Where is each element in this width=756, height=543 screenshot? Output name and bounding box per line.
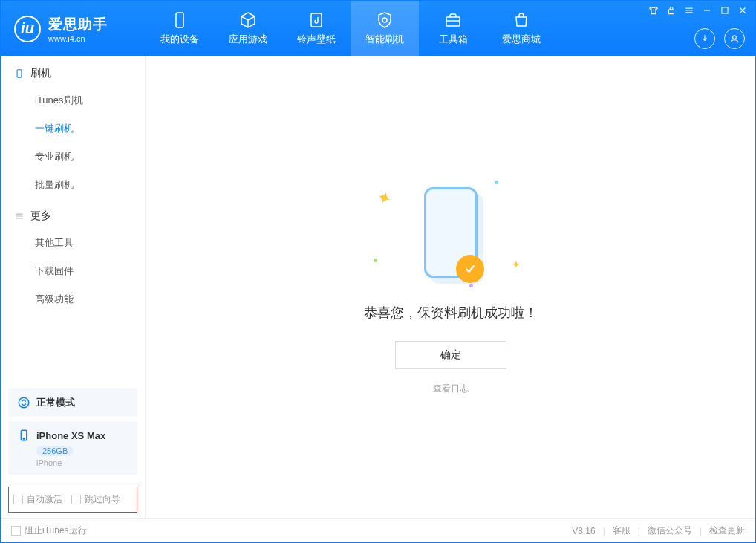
nav-label: 应用游戏 <box>229 33 267 46</box>
success-illustration: ✦ ✦ <box>399 181 503 284</box>
user-button[interactable] <box>724 28 745 49</box>
svg-rect-0 <box>176 13 183 27</box>
window-controls <box>648 5 748 16</box>
nav-label: 智能刷机 <box>365 33 404 46</box>
sidebar-item-batch-flash[interactable]: 批量刷机 <box>1 171 145 199</box>
checkbox-label: 自动激活 <box>27 493 62 506</box>
sidebar-item-oneclick-flash[interactable]: 一键刷机 <box>1 114 145 143</box>
checkbox-box <box>11 526 21 536</box>
checkbox-auto-activate[interactable]: 自动激活 <box>13 493 62 506</box>
nav-tabs: 我的设备 应用游戏 铃声壁纸 智能刷机 工具箱 爱思商城 <box>146 1 555 56</box>
separator: | <box>700 526 702 536</box>
logo-text: 爱思助手 www.i4.cn <box>48 15 108 43</box>
user-icon <box>729 33 740 44</box>
nav-label: 爱思商城 <box>502 33 541 46</box>
wechat-link[interactable]: 微信公众号 <box>648 524 692 537</box>
version-label: V8.16 <box>572 526 595 536</box>
svg-rect-3 <box>669 10 674 14</box>
close-icon[interactable] <box>737 5 748 16</box>
success-message: 恭喜您，保资料刷机成功啦！ <box>364 304 538 322</box>
svg-point-9 <box>23 438 25 440</box>
logo-icon: iu <box>14 16 41 42</box>
header: iu 爱思助手 www.i4.cn 我的设备 应用游戏 铃声壁纸 智能刷机 <box>1 1 755 56</box>
logo-area[interactable]: iu 爱思助手 www.i4.cn <box>1 1 146 56</box>
device-row: iPhone XS Max <box>17 429 128 442</box>
checkbox-label: 阻止iTunes运行 <box>25 524 87 537</box>
checkbox-box <box>71 495 81 504</box>
phone-icon <box>17 429 30 442</box>
check-badge <box>456 255 484 283</box>
sidebar-item-download-fw[interactable]: 下载固件 <box>1 257 145 285</box>
svg-point-5 <box>733 36 737 39</box>
mode-card[interactable]: 正常模式 <box>8 388 137 417</box>
download-button[interactable] <box>694 28 715 49</box>
sparkle-icon: ✦ <box>512 259 521 270</box>
sidebar-item-pro-flash[interactable]: 专业刷机 <box>1 143 145 171</box>
phone-icon <box>171 11 189 29</box>
nav-store[interactable]: 爱思商城 <box>487 1 555 56</box>
sidebar-spacer <box>1 313 145 384</box>
body: 刷机 iTunes刷机 一键刷机 专业刷机 批量刷机 更多 其他工具 下载固件 … <box>1 56 755 518</box>
nav-label: 铃声壁纸 <box>297 33 336 46</box>
dot-icon <box>495 181 498 184</box>
bag-icon <box>512 11 530 29</box>
separator: | <box>603 526 605 536</box>
sidebar-section-flash: 刷机 <box>1 56 145 86</box>
bottom-options-highlight: 自动激活 跳过向导 <box>8 487 137 513</box>
nav-label: 工具箱 <box>439 33 468 46</box>
app-name: 爱思助手 <box>48 15 108 34</box>
check-update-link[interactable]: 检查更新 <box>709 524 745 537</box>
nav-ring-wallpaper[interactable]: 铃声壁纸 <box>282 1 351 56</box>
checkbox-block-itunes[interactable]: 阻止iTunes运行 <box>11 524 87 537</box>
list-icon <box>14 211 25 221</box>
ok-button[interactable]: 确定 <box>395 341 506 369</box>
device-type: iPhone <box>36 458 128 467</box>
menu-icon[interactable] <box>684 5 694 16</box>
svg-rect-6 <box>17 70 22 78</box>
nav-toolbox[interactable]: 工具箱 <box>419 1 487 56</box>
cube-icon <box>239 11 257 29</box>
sidebar-item-other-tools[interactable]: 其他工具 <box>1 229 145 257</box>
sparkle-icon: ✦ <box>373 186 394 210</box>
nav-label: 我的设备 <box>160 33 199 46</box>
swap-icon <box>17 396 30 409</box>
section-title: 刷机 <box>30 67 51 80</box>
maximize-icon[interactable] <box>720 5 730 16</box>
sidebar-item-itunes-flash[interactable]: iTunes刷机 <box>1 86 145 114</box>
checkbox-skip-guide[interactable]: 跳过向导 <box>71 493 120 506</box>
customer-service-link[interactable]: 客服 <box>613 524 630 537</box>
header-round-buttons <box>694 28 745 49</box>
device-storage: 256GB <box>36 446 74 456</box>
footer: 阻止iTunes运行 V8.16 | 客服 | 微信公众号 | 检查更新 <box>1 518 755 542</box>
device-name: iPhone XS Max <box>36 430 105 441</box>
music-file-icon <box>307 11 325 29</box>
checkbox-label: 跳过向导 <box>85 493 120 506</box>
checkbox-box <box>13 495 23 504</box>
minimize-icon[interactable] <box>702 5 712 16</box>
sidebar: 刷机 iTunes刷机 一键刷机 专业刷机 批量刷机 更多 其他工具 下载固件 … <box>1 56 146 518</box>
sidebar-item-advanced[interactable]: 高级功能 <box>1 285 145 313</box>
check-icon <box>463 262 477 276</box>
shirt-icon[interactable] <box>648 5 659 16</box>
svg-rect-4 <box>722 7 728 13</box>
dot-icon <box>469 284 473 287</box>
lock-icon[interactable] <box>666 5 677 16</box>
view-log-link[interactable]: 查看日志 <box>433 383 469 395</box>
toolbox-icon <box>444 11 462 29</box>
separator: | <box>638 526 640 536</box>
phone-illustration <box>424 187 478 278</box>
app-window: iu 爱思助手 www.i4.cn 我的设备 应用游戏 铃声壁纸 智能刷机 <box>0 0 756 543</box>
download-icon <box>700 33 710 44</box>
nav-smart-flash[interactable]: 智能刷机 <box>351 1 419 56</box>
svg-point-7 <box>19 397 29 408</box>
sidebar-section-more: 更多 <box>1 199 145 229</box>
nav-apps-games[interactable]: 应用游戏 <box>214 1 282 56</box>
dot-icon <box>374 259 377 262</box>
section-title: 更多 <box>30 209 51 223</box>
device-card[interactable]: iPhone XS Max 256GB iPhone <box>8 421 137 475</box>
shield-refresh-icon <box>376 11 394 29</box>
svg-rect-2 <box>446 17 460 26</box>
footer-right: V8.16 | 客服 | 微信公众号 | 检查更新 <box>572 524 745 537</box>
nav-my-device[interactable]: 我的设备 <box>146 1 214 56</box>
mode-label: 正常模式 <box>36 396 75 409</box>
